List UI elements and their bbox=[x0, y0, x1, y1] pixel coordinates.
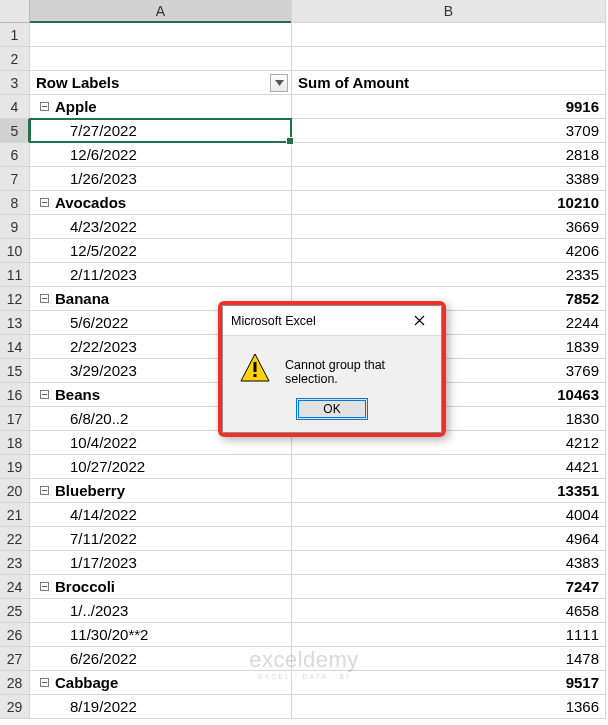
item-value[interactable]: 1366 bbox=[292, 695, 606, 719]
row-header[interactable]: 16 bbox=[0, 383, 30, 407]
pivot-item-row[interactable]: 6/26/2022 bbox=[30, 647, 292, 671]
item-value[interactable]: 2818 bbox=[292, 143, 606, 167]
dialog-titlebar[interactable]: Microsoft Excel bbox=[223, 306, 441, 336]
pivot-group-row[interactable]: Broccoli bbox=[30, 575, 292, 599]
cell[interactable] bbox=[30, 23, 292, 47]
row-labels-text: Row Labels bbox=[36, 74, 119, 91]
row-header[interactable]: 13 bbox=[0, 311, 30, 335]
item-value[interactable]: 4004 bbox=[292, 503, 606, 527]
pivot-item-row[interactable]: 4/14/2022 bbox=[30, 503, 292, 527]
pivot-item-row[interactable]: 11/30/20**2 bbox=[30, 623, 292, 647]
group-label: Beans bbox=[55, 386, 100, 403]
row-header[interactable]: 19 bbox=[0, 455, 30, 479]
row-header[interactable]: 7 bbox=[0, 167, 30, 191]
item-value[interactable]: 4658 bbox=[292, 599, 606, 623]
cell[interactable] bbox=[292, 23, 606, 47]
group-value[interactable]: 9517 bbox=[292, 671, 606, 695]
row-header[interactable]: 1 bbox=[0, 23, 30, 47]
cell[interactable] bbox=[30, 47, 292, 71]
collapse-icon[interactable] bbox=[40, 582, 49, 591]
row-header[interactable]: 15 bbox=[0, 359, 30, 383]
row-header[interactable]: 9 bbox=[0, 215, 30, 239]
pivot-item-row[interactable]: 7/11/2022 bbox=[30, 527, 292, 551]
pivot-item-row[interactable]: 8/19/2022 bbox=[30, 695, 292, 719]
select-all-corner[interactable] bbox=[0, 0, 30, 23]
row-header[interactable]: 24 bbox=[0, 575, 30, 599]
dialog-title-text: Microsoft Excel bbox=[231, 314, 316, 328]
pivot-item-row[interactable]: 4/23/2022 bbox=[30, 215, 292, 239]
filter-dropdown-icon[interactable] bbox=[270, 74, 288, 92]
row-header[interactable]: 28 bbox=[0, 671, 30, 695]
pivot-item-row[interactable]: 12/5/2022 bbox=[30, 239, 292, 263]
item-value[interactable]: 4206 bbox=[292, 239, 606, 263]
item-value[interactable]: 1111 bbox=[292, 623, 606, 647]
svg-rect-2 bbox=[254, 374, 257, 377]
svg-rect-1 bbox=[254, 362, 257, 372]
dialog-message: Cannot group that selection. bbox=[285, 352, 425, 386]
group-value[interactable]: 10210 bbox=[292, 191, 606, 215]
row-header[interactable]: 6 bbox=[0, 143, 30, 167]
row-header[interactable]: 10 bbox=[0, 239, 30, 263]
collapse-icon[interactable] bbox=[40, 486, 49, 495]
dialog-highlight-border: Microsoft Excel Cannot group that select… bbox=[218, 301, 446, 437]
item-value[interactable]: 4383 bbox=[292, 551, 606, 575]
collapse-icon[interactable] bbox=[40, 198, 49, 207]
row-header[interactable]: 14 bbox=[0, 335, 30, 359]
row-header[interactable]: 29 bbox=[0, 695, 30, 719]
item-value[interactable]: 2335 bbox=[292, 263, 606, 287]
ok-button[interactable]: OK bbox=[296, 398, 368, 420]
collapse-icon[interactable] bbox=[40, 678, 49, 687]
group-value[interactable]: 7247 bbox=[292, 575, 606, 599]
row-header[interactable]: 23 bbox=[0, 551, 30, 575]
item-value[interactable]: 3389 bbox=[292, 167, 606, 191]
row-header[interactable]: 12 bbox=[0, 287, 30, 311]
error-dialog: Microsoft Excel Cannot group that select… bbox=[222, 305, 442, 433]
row-header[interactable]: 22 bbox=[0, 527, 30, 551]
group-value[interactable]: 13351 bbox=[292, 479, 606, 503]
row-header[interactable]: 17 bbox=[0, 407, 30, 431]
row-header[interactable]: 20 bbox=[0, 479, 30, 503]
item-value[interactable]: 4964 bbox=[292, 527, 606, 551]
collapse-icon[interactable] bbox=[40, 294, 49, 303]
item-value[interactable]: 3709 bbox=[292, 119, 606, 143]
row-header[interactable]: 11 bbox=[0, 263, 30, 287]
row-header[interactable]: 21 bbox=[0, 503, 30, 527]
warning-icon bbox=[239, 352, 271, 384]
row-header[interactable]: 5 bbox=[0, 119, 30, 143]
pivot-item-row[interactable]: 10/27/2022 bbox=[30, 455, 292, 479]
collapse-icon[interactable] bbox=[40, 102, 49, 111]
cell[interactable] bbox=[292, 47, 606, 71]
row-header[interactable]: 27 bbox=[0, 647, 30, 671]
group-value[interactable]: 9916 bbox=[292, 95, 606, 119]
pivot-value-header[interactable]: Sum of Amount bbox=[292, 71, 606, 95]
row-header[interactable]: 25 bbox=[0, 599, 30, 623]
col-header-A[interactable]: A bbox=[30, 0, 292, 23]
pivot-group-row[interactable]: Blueberry bbox=[30, 479, 292, 503]
pivot-row-labels-header[interactable]: Row Labels bbox=[30, 71, 292, 95]
item-value[interactable]: 3669 bbox=[292, 215, 606, 239]
item-value[interactable]: 1478 bbox=[292, 647, 606, 671]
group-label: Blueberry bbox=[55, 482, 125, 499]
row-header[interactable]: 8 bbox=[0, 191, 30, 215]
pivot-item-row[interactable]: 1/26/2023 bbox=[30, 167, 292, 191]
pivot-group-row[interactable]: Avocados bbox=[30, 191, 292, 215]
pivot-group-row[interactable]: Apple bbox=[30, 95, 292, 119]
row-header[interactable]: 18 bbox=[0, 431, 30, 455]
group-label: Banana bbox=[55, 290, 109, 307]
row-header[interactable]: 26 bbox=[0, 623, 30, 647]
close-icon[interactable] bbox=[399, 307, 439, 335]
row-header[interactable]: 2 bbox=[0, 47, 30, 71]
group-label: Apple bbox=[55, 98, 97, 115]
row-header[interactable]: 3 bbox=[0, 71, 30, 95]
pivot-item-row[interactable]: 1/17/2023 bbox=[30, 551, 292, 575]
pivot-item-row[interactable]: 12/6/2022 bbox=[30, 143, 292, 167]
item-value[interactable]: 4421 bbox=[292, 455, 606, 479]
pivot-group-row[interactable]: Cabbage bbox=[30, 671, 292, 695]
pivot-item-row[interactable]: 7/27/2022 bbox=[30, 119, 292, 143]
row-header[interactable]: 4 bbox=[0, 95, 30, 119]
pivot-item-row[interactable]: 2/11/2023 bbox=[30, 263, 292, 287]
pivot-item-row[interactable]: 1/../2023 bbox=[30, 599, 292, 623]
group-label: Cabbage bbox=[55, 674, 118, 691]
collapse-icon[interactable] bbox=[40, 390, 49, 399]
col-header-B[interactable]: B bbox=[292, 0, 606, 23]
